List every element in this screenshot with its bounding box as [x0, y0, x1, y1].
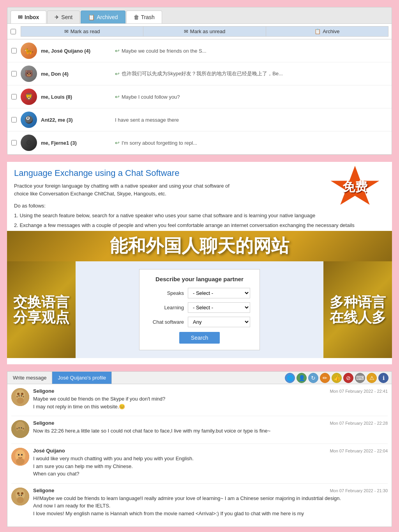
search-form-title: Describe your language partner	[149, 276, 250, 282]
inbox-tabs: ✉ Inbox ✈ Sent 📋 Archived 🗑 Trash	[7, 7, 392, 24]
avatar	[11, 488, 29, 505]
chat-section: Write message José Quijano's profile 🌐 👤…	[7, 371, 392, 527]
chat-messages: Seligone Mon 07 February 2022 - 22:41 Ma…	[7, 384, 392, 527]
people-icon[interactable]: 👤	[297, 373, 307, 383]
svg-point-19	[21, 454, 23, 456]
mark-unread-button[interactable]: ✉ Mark as unread	[143, 26, 266, 37]
write-message-tab-label: Write message	[13, 375, 46, 381]
select-all-checkbox[interactable]	[11, 29, 16, 34]
svg-point-4	[17, 397, 24, 404]
learning-select[interactable]: - Select -	[188, 302, 250, 313]
speaks-label: Speaks	[149, 290, 184, 296]
avatar	[11, 448, 29, 466]
row-checkbox[interactable]	[11, 117, 17, 122]
avatar: 🐆	[21, 43, 37, 59]
search-form-wrapper: Describe your language partner Speaks - …	[76, 261, 323, 358]
avatar	[11, 420, 29, 438]
tab-inbox[interactable]: ✉ Inbox	[11, 11, 46, 23]
svg-point-27	[21, 495, 22, 496]
preview-text: I have sent a message there	[115, 117, 179, 123]
language-exchange-desc: Practice your foreign language by chatti…	[14, 182, 237, 197]
svg-point-11	[17, 429, 24, 436]
chat-message: Seligone Mon 07 February 2022 - 22:41 Ma…	[11, 388, 388, 410]
speaks-row: Speaks - Select -	[149, 288, 250, 298]
info-icon[interactable]: ℹ	[378, 373, 388, 383]
chat-software-select[interactable]: Any	[188, 317, 250, 327]
svg-point-2	[17, 393, 19, 395]
inbox-row[interactable]: 🎱 Ant22, me (3) I have sent a message th…	[7, 108, 392, 131]
mianfei-text: 免费	[343, 179, 367, 196]
preview-text: 也许我们可以先成为Skype好友？我所在的地方现在已经是晚上了，Be...	[122, 70, 283, 77]
preview-text: Maybe I could follow you?	[122, 94, 180, 100]
search-section: 交换语言 分享观点 Describe your language partner…	[7, 261, 392, 358]
inbox-row[interactable]: ⚙ me, Fjerne1 (3) ↩ I'm sorry about forg…	[7, 131, 392, 154]
speaks-select[interactable]: - Select -	[188, 288, 250, 298]
row-sender: me, Louis (8)	[41, 94, 111, 100]
tab-archived[interactable]: 📋 Archived	[81, 11, 125, 23]
inbox-row[interactable]: 🐻 me, Don (4) ↩ 也许我们可以先成为Skype好友？我所在的地方现…	[7, 62, 392, 85]
chat-software-row: Chat software Any	[149, 317, 250, 327]
profile-tab-label: José Quijano's profile	[58, 375, 106, 381]
mark-read-button[interactable]: ✉ Mark as read	[21, 26, 143, 37]
archive-icon: 📋	[314, 28, 321, 34]
row-preview: ↩ Maybe I could follow you?	[115, 94, 388, 100]
row-checkbox[interactable]	[11, 140, 17, 145]
archive-button[interactable]: 📋 Archive	[266, 26, 388, 37]
chat-software-label: Chat software	[149, 319, 184, 325]
tab-trash[interactable]: 🗑 Trash	[126, 11, 162, 23]
svg-point-20	[16, 458, 25, 465]
mark-unread-label: Mark as unread	[190, 28, 225, 34]
keyboard-icon[interactable]: ⌨	[355, 373, 365, 383]
svg-point-5	[16, 396, 18, 397]
message-text: I would like very much chatting with you…	[33, 455, 388, 478]
right-banner-line2: 在线人多	[330, 310, 386, 325]
search-button[interactable]: Search	[179, 332, 220, 344]
avatar: 🎱	[21, 112, 37, 128]
tab-profile[interactable]: José Quijano's profile	[52, 372, 112, 384]
row-sender: me, Fjerne1 (3)	[41, 140, 111, 146]
reply-icon: ↩	[115, 48, 120, 54]
refresh-icon[interactable]: ↻	[308, 373, 318, 383]
edit-icon[interactable]: ✏	[320, 373, 330, 383]
message-sender: José Quijano	[33, 448, 65, 454]
inbox-row[interactable]: 🐆 me, José Quijano (4) ↩ Maybe we could …	[7, 39, 392, 62]
trash-tab-label: Trash	[141, 14, 155, 20]
row-checkbox[interactable]	[11, 48, 17, 53]
chat-message: Seligone Mon 07 February 2022 - 21:30 Hi…	[11, 488, 388, 518]
avatar: 🐻	[21, 66, 37, 82]
mark-read-label: Mark as read	[71, 28, 100, 34]
globe-icon[interactable]: 🌐	[285, 373, 295, 383]
right-banner-line1: 多种语言	[330, 294, 386, 310]
reply-icon: ↩	[115, 140, 120, 146]
row-preview: ↩ 也许我们可以先成为Skype好友？我所在的地方现在已经是晚上了，Be...	[115, 70, 388, 77]
chat-message: José Quijano Mon 07 February 2022 - 22:0…	[11, 448, 388, 478]
message-divider	[11, 443, 388, 444]
avatar	[11, 388, 29, 406]
row-checkbox[interactable]	[11, 94, 17, 99]
message-time: Mon 07 February 2022 - 22:04	[330, 449, 388, 453]
message-time: Mon 07 February 2022 - 22:28	[330, 421, 388, 426]
block-icon[interactable]: ⊘	[343, 373, 353, 383]
inbox-icon: ✉	[18, 14, 23, 20]
chinese-title-text: 能和外国人聊天的网站	[110, 236, 289, 256]
warning-icon[interactable]: ⚠	[367, 373, 377, 383]
tab-write-message[interactable]: Write message	[7, 372, 52, 384]
svg-point-15	[23, 428, 24, 429]
row-checkbox[interactable]	[11, 71, 17, 76]
learning-label: Learning	[149, 305, 184, 310]
search-form: Describe your language partner Speaks - …	[139, 269, 260, 350]
like-icon[interactable]: 👍	[332, 373, 342, 383]
avatar: 🦁	[21, 89, 37, 105]
chat-toolbar-icons: 🌐 👤 ↻ ✏ 👍 ⊘ ⌨ ⚠ ℹ	[282, 373, 392, 383]
message-header: José Quijano Mon 07 February 2022 - 22:0…	[33, 448, 388, 454]
step-2: 2. Exchange a few messages with a couple…	[14, 222, 385, 230]
message-sender: Seligone	[33, 420, 54, 426]
message-time: Mon 07 February 2022 - 22:41	[330, 389, 388, 394]
tab-sent[interactable]: ✈ Sent	[47, 11, 80, 23]
inbox-toolbar: ✉ Mark as read ✉ Mark as unread 📋 Archiv…	[7, 24, 392, 39]
message-content: Seligone Mon 07 February 2022 - 22:41 Ma…	[33, 388, 388, 410]
chinese-title-banner: 能和外国人聊天的网站	[7, 231, 392, 261]
inbox-row[interactable]: 🦁 me, Louis (8) ↩ Maybe I could follow y…	[7, 85, 392, 108]
left-banner-line2: 分享观点	[13, 310, 69, 325]
sent-tab-label: Sent	[61, 14, 72, 20]
